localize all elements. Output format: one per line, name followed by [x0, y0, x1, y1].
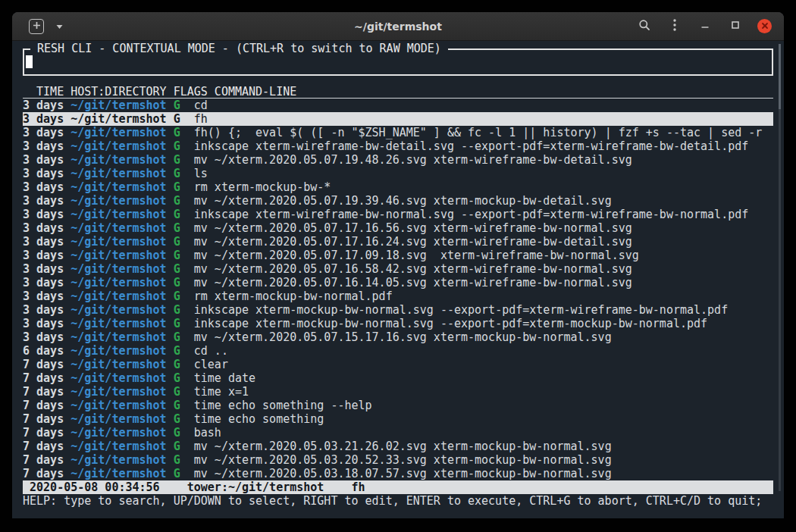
history-time: 3 days: [23, 153, 71, 167]
history-host-directory: ~/git/termshot: [71, 453, 173, 467]
history-command: clear: [194, 358, 228, 371]
history-flags: G: [174, 317, 194, 330]
titlebar-left-controls: [12, 18, 67, 35]
titlebar-right-controls: [636, 18, 784, 35]
new-tab-button[interactable]: [29, 19, 44, 34]
history-row[interactable]: 3 days ~/git/termshot G mv ~/xterm.2020.…: [23, 249, 773, 262]
history-host-directory: ~/git/termshot: [71, 371, 173, 385]
history-time: 7 days: [23, 371, 71, 385]
history-host-directory: ~/git/termshot: [71, 344, 173, 358]
history-row[interactable]: 3 days ~/git/termshot G rm xterm-mockup-…: [23, 180, 773, 194]
history-host-directory: ~/git/termshot: [71, 330, 173, 344]
history-row[interactable]: 7 days ~/git/termshot G time echo someth…: [23, 412, 773, 426]
history-host-directory: ~/git/termshot: [71, 412, 173, 426]
close-icon: [761, 20, 769, 32]
minimize-button[interactable]: [697, 18, 713, 35]
history-command: mv ~/xterm.2020.05.07.16.14.05.svg xterm…: [194, 276, 632, 289]
column-header: TIME HOST:DIRECTORY FLAGS COMMAND-LINE: [23, 85, 773, 99]
history-time: 3 days: [23, 208, 71, 221]
scrollbar-thumb[interactable]: [779, 44, 781, 109]
history-row[interactable]: 3 days ~/git/termshot G inkscape xterm-w…: [23, 139, 773, 153]
terminal-content: RESH CLI - CONTEXTUAL MODE - (CTRL+R to …: [12, 41, 784, 518]
history-time: 3 days: [23, 139, 71, 153]
history-time: 3 days: [23, 249, 71, 262]
history-host-directory: ~/git/termshot: [71, 139, 173, 153]
history-host-directory: ~/git/termshot: [71, 289, 173, 303]
history-command: time x=1: [194, 385, 249, 399]
history-host-directory: ~/git/termshot: [71, 467, 173, 480]
text-cursor: [26, 55, 33, 68]
history-row[interactable]: 3 days ~/git/termshot G fh: [23, 112, 773, 126]
history-command: cd ..: [194, 344, 228, 358]
history-time: 3 days: [23, 289, 71, 303]
history-flags: G: [174, 344, 194, 358]
kebab-menu-icon: [673, 19, 676, 33]
history-row[interactable]: 7 days ~/git/termshot G bash: [23, 426, 773, 440]
minimize-icon: [700, 20, 710, 32]
history-flags: G: [174, 221, 194, 235]
titlebar: ~/git/termshot: [12, 12, 784, 41]
history-flags: G: [174, 358, 194, 371]
history-flags: G: [174, 453, 194, 467]
history-row[interactable]: 3 days ~/git/termshot G mv ~/xterm.2020.…: [23, 276, 773, 289]
history-row[interactable]: 3 days ~/git/termshot G inkscape xterm-m…: [23, 317, 773, 330]
history-time: 3 days: [23, 180, 71, 194]
search-button[interactable]: [636, 18, 653, 35]
history-row[interactable]: 3 days ~/git/termshot G inkscape xterm-m…: [23, 303, 773, 317]
history-time: 7 days: [23, 385, 71, 399]
history-list: 3 days ~/git/termshot G cd 3 days ~/git/…: [23, 99, 773, 480]
history-command: rm xterm-mockup-bw-normal.pdf: [194, 289, 393, 303]
close-button[interactable]: [757, 19, 772, 33]
history-flags: G: [174, 180, 194, 194]
search-box: RESH CLI - CONTEXTUAL MODE - (CTRL+R to …: [23, 49, 773, 76]
history-row[interactable]: 3 days ~/git/termshot G mv ~/xterm.2020.…: [23, 262, 773, 276]
history-flags: G: [174, 235, 194, 249]
history-row[interactable]: 3 days ~/git/termshot G mv ~/xterm.2020.…: [23, 330, 773, 344]
history-row[interactable]: 3 days ~/git/termshot G rm xterm-mockup-…: [23, 289, 773, 303]
history-row[interactable]: 3 days ~/git/termshot G mv ~/xterm.2020.…: [23, 235, 773, 249]
history-command: inkscape xterm-wireframe-bw-detail.svg -…: [194, 139, 749, 153]
history-row[interactable]: 7 days ~/git/termshot G mv ~/xterm.2020.…: [23, 467, 773, 480]
history-time: 6 days: [23, 344, 71, 358]
history-host-directory: ~/git/termshot: [71, 276, 173, 289]
history-host-directory: ~/git/termshot: [71, 249, 173, 262]
history-host-directory: ~/git/termshot: [71, 317, 173, 330]
history-row[interactable]: 7 days ~/git/termshot G clear: [23, 358, 773, 371]
history-command: mv ~/xterm.2020.05.07.16.58.42.svg xterm…: [194, 262, 632, 276]
scrollbar[interactable]: [779, 44, 781, 491]
history-time: 3 days: [23, 303, 71, 317]
history-time: 3 days: [23, 167, 71, 180]
history-row[interactable]: 7 days ~/git/termshot G time echo someth…: [23, 399, 773, 412]
history-row[interactable]: 3 days ~/git/termshot G cd: [23, 99, 773, 112]
history-host-directory: ~/git/termshot: [71, 426, 173, 440]
history-time: 3 days: [23, 194, 71, 208]
history-time: 3 days: [23, 99, 71, 112]
history-time: 7 days: [23, 453, 71, 467]
history-row[interactable]: 3 days ~/git/termshot G inkscape xterm-w…: [23, 208, 773, 221]
menu-button[interactable]: [666, 18, 683, 35]
history-row[interactable]: 3 days ~/git/termshot G mv ~/xterm.2020.…: [23, 153, 773, 167]
history-command: inkscape xterm-mockup-bw-normal.svg --ex…: [194, 317, 707, 330]
history-flags: G: [174, 412, 194, 426]
history-time: 3 days: [23, 221, 71, 235]
history-row[interactable]: 3 days ~/git/termshot G ls: [23, 167, 773, 180]
history-command: ls: [194, 167, 208, 180]
history-row[interactable]: 7 days ~/git/termshot G mv ~/xterm.2020.…: [23, 440, 773, 453]
history-host-directory: ~/git/termshot: [71, 358, 173, 371]
history-row[interactable]: 3 days ~/git/termshot G mv ~/xterm.2020.…: [23, 221, 773, 235]
tab-list-button[interactable]: [51, 18, 67, 35]
history-command: mv ~/xterm.2020.05.03.21.26.02.svg xterm…: [194, 440, 612, 453]
history-row[interactable]: 7 days ~/git/termshot G time x=1: [23, 385, 773, 399]
history-flags: G: [174, 426, 194, 440]
history-command: bash: [194, 426, 221, 440]
history-flags: G: [174, 399, 194, 412]
history-flags: G: [174, 467, 194, 480]
history-time: 7 days: [23, 426, 71, 440]
history-row[interactable]: 7 days ~/git/termshot G time date: [23, 371, 773, 385]
history-row[interactable]: 6 days ~/git/termshot G cd ..: [23, 344, 773, 358]
history-row[interactable]: 3 days ~/git/termshot G mv ~/xterm.2020.…: [23, 194, 773, 208]
restore-button[interactable]: [727, 18, 744, 35]
history-row[interactable]: 7 days ~/git/termshot G mv ~/xterm.2020.…: [23, 453, 773, 467]
history-host-directory: ~/git/termshot: [71, 153, 173, 167]
history-row[interactable]: 3 days ~/git/termshot G fh() {; eval $( …: [23, 126, 773, 139]
